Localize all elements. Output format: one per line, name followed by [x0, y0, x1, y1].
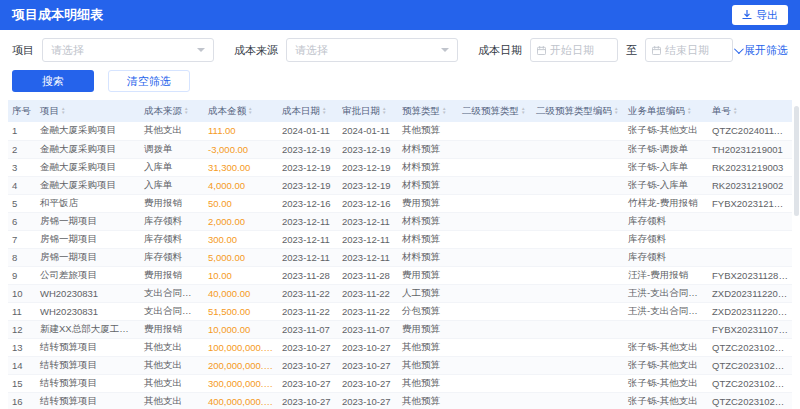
column-label: 二级预算类型编码: [536, 105, 612, 118]
column-header[interactable]: 审批日期▲▼: [338, 100, 398, 122]
column-header[interactable]: 预算类型▲▼: [398, 100, 458, 122]
table-cell: 材料预算: [398, 212, 458, 230]
column-header[interactable]: 成本来源▲▼: [140, 100, 204, 122]
table-row[interactable]: 9公司差旅项目费用报销10.002023-11-282023-11-28费用预算…: [8, 266, 792, 284]
table-row[interactable]: 11WH20230831支出合同执行51,500.002023-11-22202…: [8, 302, 792, 320]
calendar-icon: [652, 46, 661, 55]
table-cell: 2023-12-19: [338, 140, 398, 158]
table-cell: 张子铄-入库单: [624, 158, 708, 176]
table-cell: [532, 392, 624, 409]
table-cell: 库存领料: [140, 212, 204, 230]
column-header[interactable]: 二级预算类型编码▲▼: [532, 100, 624, 122]
table-row[interactable]: 5和平饭店费用报销50.002023-12-162023-12-16费用预算竹样…: [8, 194, 792, 212]
search-button[interactable]: 搜索: [12, 70, 94, 92]
sort-icon[interactable]: ▲▼: [614, 107, 618, 116]
table-cell: [458, 320, 532, 338]
clear-filters-button[interactable]: 清空筛选: [108, 70, 190, 92]
table-row[interactable]: 15结转预算项目其他支出300,000,000.002023-10-272023…: [8, 374, 792, 392]
table-cell: 结转预算项目: [36, 374, 140, 392]
table-cell: 竹样龙-费用报销: [624, 194, 708, 212]
table-row[interactable]: 12新建XX总部大厦工程二期费用报销10,000.002023-11-07202…: [8, 320, 792, 338]
table-row[interactable]: 4金融大厦采购项目入库单4,000.002023-12-192023-12-19…: [8, 176, 792, 194]
column-header[interactable]: 二级预算类型▲▼: [458, 100, 532, 122]
column-label: 项目: [40, 105, 59, 118]
table-cell: [458, 212, 532, 230]
sort-icon[interactable]: ▲▼: [184, 107, 188, 116]
table-cell: 2023-10-27: [338, 356, 398, 374]
vertical-scrollbar[interactable]: [794, 106, 799, 216]
table-row[interactable]: 8房锦一期项目库存领料5,000.002023-12-112023-12-11材…: [8, 248, 792, 266]
column-header[interactable]: 成本金额▲▼: [204, 100, 278, 122]
sort-icon[interactable]: ▲▼: [442, 107, 446, 116]
table-cell: [458, 302, 532, 320]
cost-source-select-placeholder: 请选择: [295, 43, 328, 58]
expand-filters-link[interactable]: 展开筛选: [734, 43, 788, 58]
table-cell: 14: [8, 356, 36, 374]
table-cell: [708, 212, 792, 230]
table-cell: 王洪-支出合同执行: [624, 284, 708, 302]
table-row[interactable]: 13结转预算项目其他支出100,000,000.002023-10-272023…: [8, 338, 792, 356]
table-row[interactable]: 7房锦一期项目库存领料300.002023-12-112023-12-11材料预…: [8, 230, 792, 248]
export-button[interactable]: 导出: [732, 5, 788, 25]
chevron-down-icon: [734, 44, 744, 54]
project-select[interactable]: 请选择: [42, 38, 214, 62]
column-header[interactable]: 成本日期▲▼: [278, 100, 338, 122]
column-header[interactable]: 单号▲▼: [708, 100, 792, 122]
table-cell: 库存领料: [140, 248, 204, 266]
table-cell: 结转预算项目: [36, 338, 140, 356]
page-header: 项目成本明细表 导出: [0, 0, 800, 30]
table-cell: QTZC20240111001: [708, 122, 792, 140]
cost-date-filter-label: 成本日期: [478, 43, 522, 58]
table-cell: 费用报销: [140, 320, 204, 338]
table-row[interactable]: 6房锦一期项目库存领料2,000.002023-12-112023-12-11材…: [8, 212, 792, 230]
table-cell: 分包预算: [398, 302, 458, 320]
table-cell: 房锦一期项目: [36, 230, 140, 248]
table-row[interactable]: 10WH20230831支出合同执行40,000.002023-11-22202…: [8, 284, 792, 302]
table-cell: 2024-01-11: [278, 122, 338, 140]
column-header[interactable]: 业务单据编码▲▼: [624, 100, 708, 122]
table-cell: [458, 266, 532, 284]
sort-icon[interactable]: ▲▼: [322, 107, 326, 116]
sort-icon[interactable]: ▲▼: [248, 107, 252, 116]
table-cell: 2023-12-11: [278, 230, 338, 248]
sort-icon[interactable]: ▲▼: [733, 107, 737, 116]
table-cell: 其他预算: [398, 122, 458, 140]
date-end-input[interactable]: 结束日期: [645, 38, 733, 62]
sort-icon[interactable]: ▲▼: [382, 107, 386, 116]
table-cell: [458, 356, 532, 374]
table-row[interactable]: 14结转预算项目其他支出200,000,000.002023-10-272023…: [8, 356, 792, 374]
table-cell: [532, 122, 624, 140]
table-cell: 51,500.00: [204, 302, 278, 320]
table-cell: 2: [8, 140, 36, 158]
column-label: 业务单据编码: [628, 105, 685, 118]
sort-icon[interactable]: ▲▼: [687, 107, 691, 116]
table-cell: 和平饭店: [36, 194, 140, 212]
column-header[interactable]: 项目▲▼: [36, 100, 140, 122]
table-cell: 13: [8, 338, 36, 356]
table-row[interactable]: 3金融大厦采购项目入库单31,300.002023-12-192023-12-1…: [8, 158, 792, 176]
table-cell: 材料预算: [398, 140, 458, 158]
table-cell: [458, 176, 532, 194]
table-cell: 2023-10-27: [278, 356, 338, 374]
table-cell: 金融大厦采购项目: [36, 158, 140, 176]
table-row[interactable]: 1金融大厦采购项目其他支出111.002024-01-112024-01-11其…: [8, 122, 792, 140]
table-cell: 400,000,000.00: [204, 392, 278, 409]
table-cell: 库存领料: [624, 248, 708, 266]
table-cell: 2023-12-19: [278, 158, 338, 176]
table-cell: ZXD20231122002: [708, 284, 792, 302]
table-cell: [532, 248, 624, 266]
table-cell: 张子铄-其他支出: [624, 392, 708, 409]
sort-icon[interactable]: ▲▼: [61, 107, 65, 116]
table-cell: QTZC20231027002: [708, 338, 792, 356]
table-cell: 2023-12-11: [278, 212, 338, 230]
table-cell: [532, 320, 624, 338]
table-cell: 2023-11-07: [338, 320, 398, 338]
table-row[interactable]: 2金融大厦采购项目调拨单-3,000.002023-12-192023-12-1…: [8, 140, 792, 158]
date-start-input[interactable]: 开始日期: [530, 38, 618, 62]
sort-icon[interactable]: ▲▼: [521, 107, 525, 116]
table-cell: [624, 320, 708, 338]
table-cell: 2023-12-19: [338, 158, 398, 176]
cost-source-select[interactable]: 请选择: [286, 38, 458, 62]
table-row[interactable]: 16结转预算项目其他支出400,000,000.002023-10-272023…: [8, 392, 792, 409]
table-cell: 金融大厦采购项目: [36, 140, 140, 158]
